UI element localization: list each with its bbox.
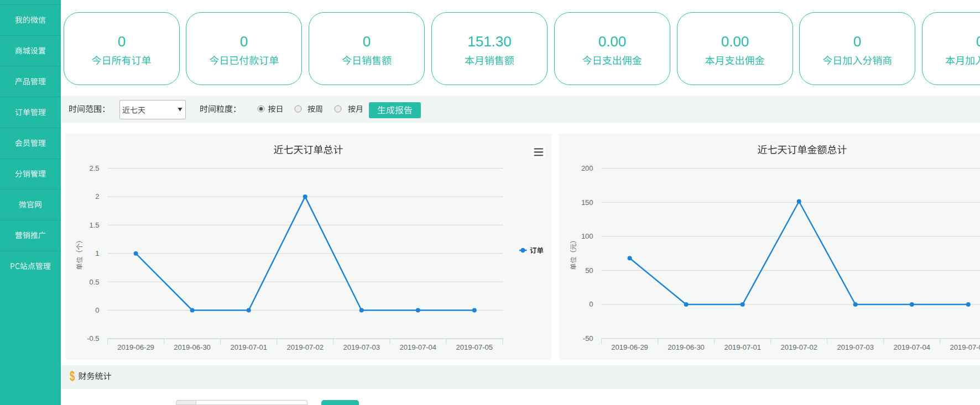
svg-text:2019-07-03: 2019-07-03	[837, 343, 874, 351]
svg-text:2019-06-30: 2019-06-30	[668, 343, 705, 351]
svg-text:1.5: 1.5	[90, 221, 100, 229]
svg-text:200: 200	[581, 164, 593, 172]
svg-text:2.5: 2.5	[90, 164, 100, 172]
svg-text:2019-07-02: 2019-07-02	[286, 343, 324, 351]
svg-text:2019-07-05: 2019-07-05	[456, 343, 493, 351]
svg-text:2019-06-30: 2019-06-30	[174, 343, 211, 351]
svg-text:0.00: 0.00	[721, 33, 749, 50]
svg-text:0: 0	[118, 33, 126, 50]
svg-text:0: 0	[976, 33, 980, 50]
svg-text:151.30: 151.30	[467, 33, 512, 50]
svg-text:2019-07-05: 2019-07-05	[950, 343, 980, 351]
svg-text:100: 100	[581, 232, 593, 240]
svg-text:-0.5: -0.5	[87, 334, 99, 343]
svg-text:2019-06-29: 2019-06-29	[117, 343, 154, 351]
svg-text:2019-07-04: 2019-07-04	[894, 343, 931, 351]
svg-text:-50: -50	[583, 334, 593, 343]
svg-text:0: 0	[240, 33, 248, 50]
svg-text:0: 0	[589, 300, 593, 308]
svg-text:2019-07-03: 2019-07-03	[343, 343, 380, 351]
svg-text:2019-07-01: 2019-07-01	[230, 343, 267, 351]
svg-text:1: 1	[95, 249, 99, 257]
svg-text:150: 150	[581, 198, 593, 207]
svg-text:$: $	[70, 369, 75, 383]
svg-text:0: 0	[853, 33, 861, 50]
svg-text:2019-07-02: 2019-07-02	[780, 343, 817, 351]
svg-text:2019-06-29: 2019-06-29	[611, 343, 648, 351]
svg-text:0.00: 0.00	[598, 33, 627, 50]
svg-text:0.5: 0.5	[90, 278, 100, 286]
svg-text:2019-07-01: 2019-07-01	[724, 343, 761, 351]
svg-text:2019-07-04: 2019-07-04	[400, 343, 437, 351]
svg-text:2: 2	[95, 192, 99, 201]
svg-text:50: 50	[585, 266, 593, 275]
svg-text:0: 0	[95, 306, 99, 314]
svg-text:0: 0	[363, 33, 371, 50]
